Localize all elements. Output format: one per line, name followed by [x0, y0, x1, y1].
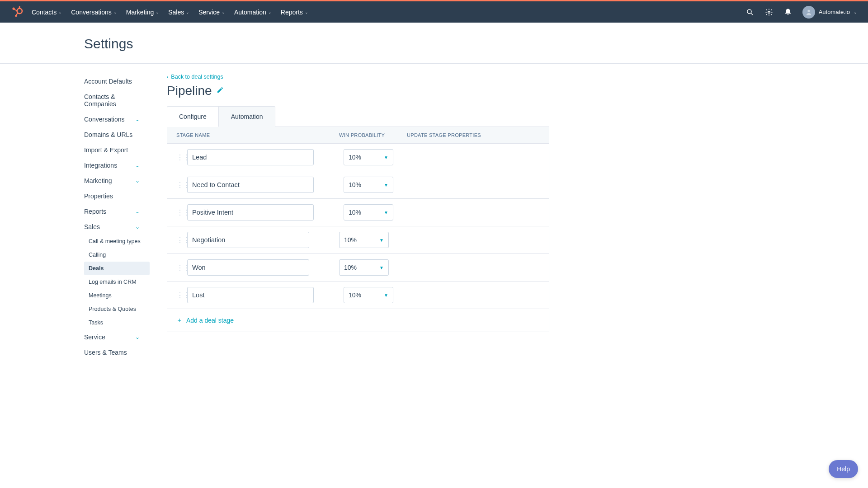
chevron-down-icon: ⌄	[222, 10, 225, 14]
edit-icon[interactable]	[217, 86, 224, 95]
stage-row: ⋮⋮ 10%▼	[167, 143, 549, 171]
nav-automation[interactable]: Automation⌄	[234, 9, 272, 16]
nav-right: Automate.io ⌄	[745, 6, 857, 19]
drag-handle-icon[interactable]: ⋮⋮	[176, 208, 183, 217]
chevron-down-icon: ⌄	[156, 10, 159, 14]
chevron-down-icon: ⌄	[268, 10, 272, 14]
sidebar-item-conversations[interactable]: Conversations⌄	[84, 112, 150, 127]
main-navbar: Contacts⌄ Conversations⌄ Marketing⌄ Sale…	[0, 1, 868, 23]
svg-line-8	[751, 13, 753, 15]
chevron-down-icon: ⌄	[135, 162, 144, 169]
win-probability-select[interactable]: 10%▼	[344, 149, 393, 165]
drag-handle-icon[interactable]: ⋮⋮	[176, 153, 183, 162]
chevron-down-icon: ⌄	[58, 10, 62, 14]
plus-icon: ＋	[176, 316, 183, 324]
page-header: Settings	[0, 23, 868, 64]
nav-sales[interactable]: Sales⌄	[168, 9, 189, 16]
gear-icon[interactable]	[764, 8, 774, 17]
svg-point-10	[807, 9, 810, 12]
sidebar-item-contacts-companies[interactable]: Contacts & Companies	[84, 89, 150, 112]
sidebar-item-integrations[interactable]: Integrations⌄	[84, 158, 150, 173]
chevron-down-icon: ⌄	[135, 178, 144, 184]
hubspot-logo[interactable]	[11, 6, 24, 19]
svg-point-9	[768, 11, 770, 13]
chevron-down-icon: ⌄	[305, 10, 308, 14]
nav-conversations[interactable]: Conversations⌄	[71, 9, 117, 16]
svg-point-1	[17, 8, 22, 13]
sub-item-deals[interactable]: Deals	[84, 262, 150, 275]
page-title: Settings	[84, 36, 868, 52]
chevron-left-icon: ‹	[167, 75, 168, 80]
chevron-down-icon: ⌄	[135, 224, 144, 230]
stage-name-input[interactable]	[187, 204, 314, 221]
nav-marketing[interactable]: Marketing⌄	[126, 9, 159, 16]
stage-row: ⋮⋮ 10%▼	[167, 253, 549, 281]
sidebar-item-marketing[interactable]: Marketing⌄	[84, 173, 150, 188]
sidebar-item-domains-urls[interactable]: Domains & URLs	[84, 127, 150, 142]
add-deal-stage-button[interactable]: ＋ Add a deal stage	[176, 316, 540, 324]
sidebar-item-account-defaults[interactable]: Account Defaults	[84, 74, 150, 89]
avatar-icon	[802, 6, 815, 19]
account-name: Automate.io	[819, 9, 850, 15]
svg-line-6	[16, 13, 18, 14]
sub-item-call-meeting-types[interactable]: Call & meeting types	[89, 235, 150, 248]
sidebar-item-properties[interactable]: Properties	[84, 188, 150, 204]
chevron-down-icon: ⌄	[135, 334, 144, 340]
add-stage-row: ＋ Add a deal stage	[167, 309, 549, 332]
dropdown-icon: ▼	[384, 293, 388, 298]
sidebar-item-sales[interactable]: Sales⌄	[84, 219, 150, 235]
sidebar-item-users-teams[interactable]: Users & Teams	[84, 345, 150, 360]
win-probability-select[interactable]: 10%▼	[344, 177, 393, 193]
sub-item-calling[interactable]: Calling	[89, 248, 150, 262]
tab-bar: Configure Automation	[167, 106, 549, 127]
win-probability-select[interactable]: 10%▼	[344, 204, 393, 221]
drag-handle-icon[interactable]: ⋮⋮	[176, 291, 183, 300]
sidebar-item-import-export[interactable]: Import & Export	[84, 142, 150, 158]
svg-point-7	[747, 9, 751, 14]
stage-name-input[interactable]	[187, 177, 314, 193]
sales-sublist: Call & meeting types Calling Deals Log e…	[84, 235, 150, 329]
stage-name-input[interactable]	[187, 287, 314, 303]
stage-name-input[interactable]	[187, 259, 309, 276]
stage-name-input[interactable]	[187, 232, 309, 248]
dropdown-icon: ▼	[384, 183, 388, 188]
back-to-deal-settings-link[interactable]: ‹ Back to deal settings	[167, 74, 549, 80]
sidebar-item-service[interactable]: Service⌄	[84, 329, 150, 345]
stage-row: ⋮⋮ 10%▼	[167, 198, 549, 226]
sidebar-item-reports[interactable]: Reports⌄	[84, 204, 150, 219]
drag-handle-icon[interactable]: ⋮⋮	[176, 236, 183, 244]
sub-item-log-emails[interactable]: Log emails in CRM	[89, 275, 150, 289]
drag-handle-icon[interactable]: ⋮⋮	[176, 263, 183, 272]
chevron-down-icon: ⌄	[135, 208, 144, 215]
bell-icon[interactable]	[783, 8, 793, 17]
stage-row: ⋮⋮ 10%▼	[167, 281, 549, 309]
nav-reports[interactable]: Reports⌄	[281, 9, 308, 16]
nav-contacts[interactable]: Contacts⌄	[32, 9, 62, 16]
dropdown-icon: ▼	[384, 210, 388, 215]
tab-configure[interactable]: Configure	[167, 106, 219, 127]
chevron-down-icon: ⌄	[186, 10, 189, 14]
chevron-down-icon: ⌄	[854, 10, 857, 14]
drag-handle-icon[interactable]: ⋮⋮	[176, 181, 183, 189]
dropdown-icon: ▼	[384, 155, 388, 160]
sub-item-tasks[interactable]: Tasks	[89, 316, 150, 329]
sub-item-meetings[interactable]: Meetings	[89, 289, 150, 302]
col-win-probability: WIN PROBABILITY	[339, 132, 407, 138]
dropdown-icon: ▼	[379, 265, 384, 270]
main-content: ‹ Back to deal settings Pipeline Configu…	[156, 64, 567, 360]
account-menu[interactable]: Automate.io ⌄	[802, 6, 857, 19]
col-update-properties: UPDATE STAGE PROPERTIES	[407, 132, 540, 138]
stage-row: ⋮⋮ 10%▼	[167, 171, 549, 198]
tab-automation[interactable]: Automation	[219, 106, 275, 127]
sub-item-products-quotes[interactable]: Products & Quotes	[89, 302, 150, 316]
win-probability-select[interactable]: 10%▼	[344, 287, 393, 303]
col-stage-name: STAGE NAME	[176, 132, 339, 138]
stage-name-input[interactable]	[187, 149, 314, 165]
pipeline-title-row: Pipeline	[167, 84, 549, 98]
search-icon[interactable]	[745, 8, 755, 17]
win-probability-select[interactable]: 10%▼	[339, 232, 389, 248]
table-header: STAGE NAME WIN PROBABILITY UPDATE STAGE …	[167, 127, 549, 143]
win-probability-select[interactable]: 10%▼	[339, 259, 389, 276]
stage-row: ⋮⋮ 10%▼	[167, 226, 549, 253]
nav-service[interactable]: Service⌄	[198, 9, 225, 16]
